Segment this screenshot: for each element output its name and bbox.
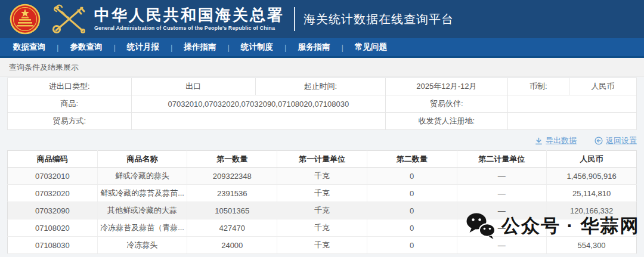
export-data-label: 导出数据: [546, 135, 577, 146]
cell-rmb: 1,456,905,916: [547, 168, 637, 185]
date-range-value: 2025年12月-12月: [386, 78, 508, 95]
top-banner: 中华人民共和国海关总署 General Administration of Cu…: [0, 0, 644, 38]
cell-rmb: 120,166,332: [547, 202, 637, 219]
cell-qty1: 2391536: [187, 185, 277, 202]
nav-separator: |: [228, 43, 230, 52]
currency-label: 币制:: [507, 78, 569, 95]
condition-row: 进出口类型: 出口 起止时间: 2025年12月-12月 币制: 人民币: [8, 78, 637, 95]
table-row: 07108020 冷冻蒜苔及蒜苗（青蒜... 427470 千克 0 —: [8, 219, 637, 237]
table-row: 07032090 其他鲜或冷藏的大蒜 10501365 千克 0 — 120,1…: [8, 202, 637, 219]
nav-item-param-query[interactable]: 参数查询: [70, 42, 103, 52]
cell-code: 07108020: [8, 219, 98, 237]
col-header-qty1: 第一数量: [187, 151, 277, 168]
trade-partner-value: [507, 95, 636, 113]
header-divider: [294, 7, 295, 31]
trade-partner-label: 贸易伙伴:: [386, 95, 508, 113]
cell-qty1: 427470: [187, 219, 277, 237]
commodity-label: 商品:: [8, 95, 132, 113]
import-export-type-value: 出口: [131, 78, 255, 95]
cell-unit2: —: [457, 202, 547, 219]
section-title: 查询条件及结果展示: [9, 62, 79, 73]
cell-qty2: 0: [367, 202, 457, 219]
import-export-type-label: 进出口类型:: [8, 78, 132, 95]
col-header-rmb: 人民币: [547, 151, 637, 168]
cell-name: 其他鲜或冷藏的大蒜: [97, 202, 187, 219]
nav-separator: |: [284, 43, 287, 52]
cell-rmb: 25,114,810: [547, 185, 637, 202]
cell-unit1: 千克: [277, 237, 367, 254]
download-icon: [535, 137, 543, 145]
table-row: 07032020 鲜或冷藏的蒜苔及蒜苗... 2391536 千克 0 — 25…: [8, 185, 637, 202]
nav-separator: |: [114, 43, 116, 52]
cell-qty1: 10501365: [187, 202, 277, 219]
cell-name: 冷冻蒜头: [97, 237, 187, 254]
table-row: 07108030 冷冻蒜头 24000 千克 0 — 554,300: [8, 237, 637, 254]
query-conditions-table: 进出口类型: 出口 起止时间: 2025年12月-12月 币制: 人民币 商品:…: [7, 78, 637, 130]
condition-row: 贸易方式: 收发货人注册地:: [8, 113, 637, 130]
col-header-qty2: 第二数量: [367, 151, 457, 168]
cell-name: 冷冻蒜苔及蒜苗（青蒜...: [97, 219, 187, 237]
return-arrow-icon: [595, 137, 603, 145]
customs-logo-icon: [49, 3, 88, 35]
date-range-label: 起止时间:: [255, 78, 385, 95]
condition-row: 商品: 07032010,07032020,07032090,07108020,…: [8, 95, 637, 113]
cell-qty1: 24000: [187, 237, 277, 254]
nav-separator: |: [171, 43, 173, 52]
cell-unit2: —: [457, 168, 547, 185]
nav-separator: |: [57, 43, 59, 52]
cell-unit1: 千克: [277, 219, 367, 237]
cell-rmb: [547, 219, 637, 237]
national-emblem-icon: [10, 4, 41, 35]
org-name-cn: 中华人民共和国海关总署: [94, 7, 284, 24]
cell-code: 07032090: [8, 202, 98, 219]
cell-unit2: —: [457, 185, 547, 202]
org-title-block: 中华人民共和国海关总署 General Administration of Cu…: [94, 7, 284, 31]
results-table: 商品编码 商品名称 第一数量 第一计量单位 第二数量 第二计量单位 人民币 07…: [7, 150, 637, 254]
cell-qty2: 0: [367, 219, 457, 237]
col-header-unit1: 第一计量单位: [277, 151, 367, 168]
export-data-button[interactable]: 导出数据: [535, 135, 577, 146]
cell-name: 鲜或冷藏的蒜苔及蒜苗...: [97, 185, 187, 202]
registration-place-label: 收发货人注册地:: [386, 113, 508, 130]
col-header-unit2: 第二计量单位: [457, 151, 547, 168]
nav-item-monthly-report[interactable]: 统计月报: [127, 42, 159, 52]
back-to-settings-label: 返回设置: [606, 135, 637, 146]
cell-unit1: 千克: [277, 202, 367, 219]
platform-title: 海关统计数据在线查询平台: [304, 11, 454, 27]
nav-item-statistics-system[interactable]: 统计制度: [241, 42, 273, 52]
registration-place-value: [507, 113, 636, 130]
trade-mode-label: 贸易方式:: [8, 113, 132, 130]
nav-separator: |: [342, 43, 344, 52]
org-name-en: General Administration of Customs of the…: [94, 26, 284, 32]
trade-mode-value: [131, 113, 385, 130]
nav-item-data-query[interactable]: 数据查询: [13, 42, 45, 52]
cell-code: 07032020: [8, 185, 98, 202]
nav-item-service-guide[interactable]: 服务指南: [298, 42, 330, 52]
cell-qty2: 0: [367, 237, 457, 254]
nav-item-faq[interactable]: 常见问题: [355, 42, 387, 52]
table-row: 07032010 鲜或冷藏的蒜头 209322348 千克 0 — 1,456,…: [8, 168, 637, 185]
section-title-bar: 查询条件及结果展示: [0, 58, 644, 77]
main-nav: 数据查询 | 参数查询 | 统计月报 | 操作指南 | 统计制度 | 服务指南 …: [0, 38, 644, 58]
cell-name: 鲜或冷藏的蒜头: [97, 168, 187, 185]
cell-rmb: 554,300: [547, 237, 637, 254]
back-to-settings-button[interactable]: 返回设置: [595, 135, 637, 146]
cell-qty1: 209322348: [187, 168, 277, 185]
cell-code: 07032010: [8, 168, 98, 185]
cell-unit1: 千克: [277, 185, 367, 202]
col-header-commodity-name: 商品名称: [97, 151, 187, 168]
results-header-row: 商品编码 商品名称 第一数量 第一计量单位 第二数量 第二计量单位 人民币: [8, 151, 637, 168]
cell-unit2: —: [457, 219, 547, 237]
cell-code: 07108030: [8, 237, 98, 254]
table-actions: 导出数据 返回设置: [7, 134, 637, 147]
cell-qty2: 0: [367, 168, 457, 185]
nav-item-operation-guide[interactable]: 操作指南: [184, 42, 216, 52]
cell-unit2: —: [457, 237, 547, 254]
commodity-value: 07032010,07032020,07032090,07108020,0710…: [131, 95, 385, 113]
col-header-commodity-code: 商品编码: [8, 151, 98, 168]
cell-unit1: 千克: [277, 168, 367, 185]
cell-qty2: 0: [367, 185, 457, 202]
currency-value: 人民币: [569, 78, 637, 95]
